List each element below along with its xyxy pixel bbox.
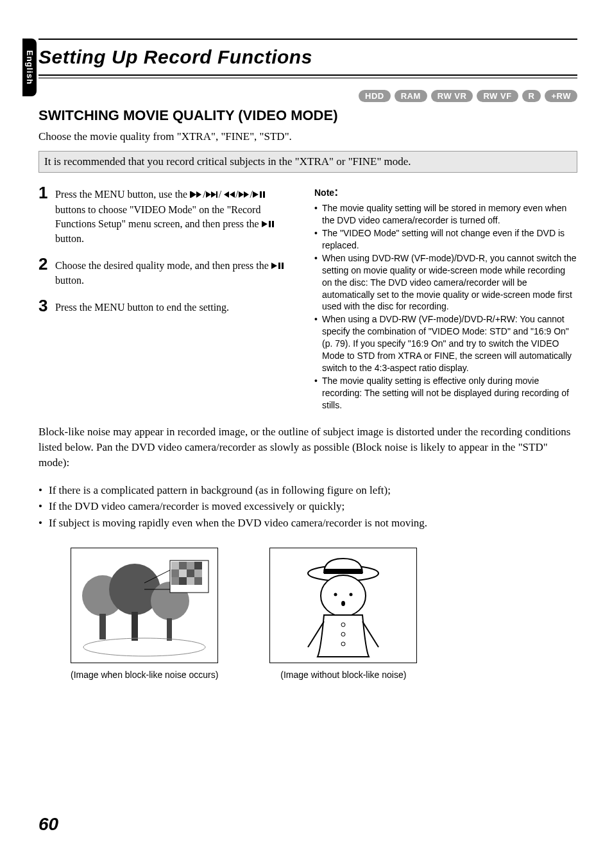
svg-point-45 <box>350 593 353 596</box>
step-body: Choose the desired quality mode, and the… <box>55 256 295 288</box>
badge-hdd: HDD <box>359 90 391 102</box>
step-text: Press the MENU button to end the setting… <box>55 302 229 313</box>
svg-point-25 <box>83 638 205 656</box>
svg-marker-6 <box>224 191 229 198</box>
svg-marker-8 <box>239 191 244 198</box>
svg-rect-15 <box>272 221 274 227</box>
fast-forward-icon <box>239 188 250 202</box>
svg-rect-28 <box>179 562 187 569</box>
step-body: Press the MENU button, use the // // but… <box>55 184 295 247</box>
figure-clean: (Image without block-like noise) <box>269 548 417 680</box>
badge-ram: RAM <box>395 90 427 102</box>
badge-rwvr: RW VR <box>431 90 473 102</box>
svg-rect-11 <box>260 191 262 198</box>
bullet-item: If the DVD video camera/recorder is move… <box>38 498 577 515</box>
step-number: 1 <box>38 184 50 201</box>
step-item: 3 Press the MENU button to end the setti… <box>38 297 295 315</box>
badge-r: R <box>522 90 541 102</box>
svg-marker-13 <box>262 221 268 227</box>
language-label: English <box>25 50 35 85</box>
svg-rect-35 <box>171 577 179 585</box>
step-text: Press the MENU button, use the <box>55 189 190 200</box>
note-item: The movie quality setting will be stored… <box>314 202 577 227</box>
note-item: When using DVD-RW (VF-mode)/DVD-R, you c… <box>314 252 577 313</box>
svg-marker-1 <box>191 191 196 198</box>
title-bar: Setting Up Record Functions <box>38 39 577 78</box>
svg-point-44 <box>334 593 337 596</box>
svg-marker-3 <box>206 191 211 198</box>
svg-rect-27 <box>171 562 179 569</box>
svg-marker-16 <box>271 263 277 269</box>
svg-marker-4 <box>211 191 216 198</box>
svg-rect-5 <box>216 191 217 198</box>
figure-caption: (Image when block-like noise occurs) <box>71 670 218 680</box>
svg-rect-22 <box>99 614 106 639</box>
step-text: button. <box>55 275 84 286</box>
steps-column: 1 Press the MENU button, use the // // b… <box>38 184 295 412</box>
figure-block-noise: (Image when block-like noise occurs) <box>71 548 218 680</box>
svg-rect-38 <box>194 577 202 585</box>
svg-rect-17 <box>278 263 280 269</box>
svg-rect-37 <box>187 577 194 585</box>
svg-rect-18 <box>282 263 284 269</box>
bullet-list: If there is a complicated pattern in bac… <box>38 482 577 532</box>
figures-row: (Image when block-like noise occurs) <box>38 548 577 680</box>
page-number: 60 <box>38 814 58 835</box>
note-item: The movie quality setting is effective o… <box>314 375 577 412</box>
language-tab: English <box>22 39 37 96</box>
step-number: 2 <box>38 256 50 272</box>
svg-point-43 <box>321 575 366 616</box>
svg-rect-42 <box>324 569 362 574</box>
svg-rect-29 <box>187 562 194 569</box>
step-text: buttons to choose "VIDEO Mode" on the "R… <box>55 204 262 229</box>
step-text: button. <box>55 233 84 244</box>
svg-rect-12 <box>263 191 265 198</box>
highlight-box: It is recommended that you record critic… <box>38 151 577 173</box>
intro-text: Choose the movie quality from "XTRA", "F… <box>38 130 577 143</box>
step-item: 2 Choose the desired quality mode, and t… <box>38 256 295 288</box>
divider <box>38 78 577 78</box>
play-pause-icon <box>262 218 276 232</box>
block-noise-paragraph: Block-like noise may appear in recorded … <box>38 424 577 470</box>
page-title: Setting Up Record Functions <box>38 46 577 68</box>
svg-rect-24 <box>167 618 172 641</box>
section-title: SWITCHING MOVIE QUALITY (VIDEO MODE) <box>38 107 577 124</box>
svg-marker-10 <box>253 191 259 198</box>
svg-marker-7 <box>230 191 235 198</box>
note-colon: : <box>334 186 338 198</box>
note-list: The movie quality setting will be stored… <box>314 202 577 411</box>
step-body: Press the MENU button to end the setting… <box>55 297 229 315</box>
play-pause-icon <box>253 188 267 202</box>
svg-rect-33 <box>187 569 194 577</box>
svg-marker-2 <box>196 191 201 198</box>
svg-marker-9 <box>244 191 249 198</box>
page-content: Setting Up Record Functions HDD RAM RW V… <box>38 39 577 680</box>
bullet-item: If there is a complicated pattern in bac… <box>38 482 577 499</box>
svg-rect-14 <box>269 221 271 227</box>
notes-column: Note: The movie quality setting will be … <box>314 184 577 412</box>
note-item: When using a DVD-RW (VF-mode)/DVD-R/+RW:… <box>314 313 577 374</box>
skip-next-icon <box>206 188 219 202</box>
note-item: The "VIDEO Mode" setting will not change… <box>314 227 577 252</box>
svg-rect-23 <box>132 612 138 641</box>
svg-rect-30 <box>194 562 202 569</box>
svg-rect-31 <box>171 569 179 577</box>
figure-caption: (Image without block-like noise) <box>280 670 406 680</box>
play-pause-icon <box>271 259 285 273</box>
step-number: 3 <box>38 297 50 314</box>
figure-image-clean <box>269 548 417 663</box>
figure-image-noisy <box>71 548 218 663</box>
svg-rect-34 <box>194 569 202 577</box>
rewind-icon <box>224 188 235 202</box>
svg-rect-32 <box>179 569 187 577</box>
two-column-layout: 1 Press the MENU button, use the // // b… <box>38 184 577 412</box>
svg-rect-36 <box>179 577 187 585</box>
step-text: Choose the desired quality mode, and the… <box>55 260 271 271</box>
badge-plusrw: +RW <box>545 90 577 102</box>
step-item: 1 Press the MENU button, use the // // b… <box>38 184 295 247</box>
bullet-item: If subject is moving rapidly even when t… <box>38 515 577 532</box>
badge-rwvf: RW VF <box>477 90 518 102</box>
divider <box>38 74 577 76</box>
media-badges: HDD RAM RW VR RW VF R +RW <box>38 90 577 102</box>
note-label: Note <box>314 187 334 198</box>
